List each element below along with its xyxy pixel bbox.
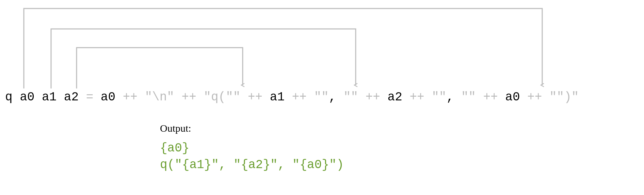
code-token: a1: [262, 90, 292, 104]
code-token: [476, 90, 483, 104]
output-line: {a0}: [160, 141, 189, 155]
output-label: Output:: [160, 123, 344, 134]
code-token: a0: [498, 90, 527, 104]
binding-arrow: [51, 29, 356, 88]
arrows-overlay: [0, 0, 644, 95]
code-token: ++: [409, 90, 424, 104]
code-token: [240, 90, 248, 104]
code-token: [424, 90, 432, 104]
code-token: "q("": [204, 90, 240, 104]
code-token: "")": [549, 90, 579, 104]
code-token: ++: [248, 90, 262, 104]
code-token: [454, 90, 461, 104]
code-token: "": [314, 90, 328, 104]
code-token: ++: [292, 90, 307, 104]
code-token: [196, 90, 204, 104]
code-token: [542, 90, 549, 104]
code-token: ++: [182, 90, 196, 104]
code-token: a2: [380, 90, 409, 104]
code-token: ++: [123, 90, 138, 104]
output-section: Output: {a0} q("{a1}", "{a2}", "{a0}"): [160, 123, 344, 173]
code-token: "\n": [145, 90, 174, 104]
binding-arrow: [77, 48, 243, 88]
code-token: [336, 90, 343, 104]
code-token: a0: [93, 90, 123, 104]
code-token: [307, 90, 314, 104]
code-token: ++: [527, 90, 542, 104]
code-token: "": [343, 90, 358, 104]
code-token: =: [86, 90, 94, 104]
code-token: "": [461, 90, 476, 104]
code-token: [138, 90, 145, 104]
code-token: ++: [366, 90, 380, 104]
code-expression: q a0 a1 a2 = a0 ++ "\n" ++ "q("" ++ a1 +…: [5, 90, 579, 104]
code-token: ,: [446, 90, 454, 104]
code-token: "": [432, 90, 446, 104]
code-token: ++: [483, 90, 498, 104]
code-token: ,: [329, 90, 336, 104]
code-token: [358, 90, 366, 104]
output-code: {a0} q("{a1}", "{a2}", "{a0}"): [160, 140, 344, 173]
output-line: q("{a1}", "{a2}", "{a0}"): [160, 158, 344, 172]
code-token: [174, 90, 182, 104]
code-token: q a0 a1 a2: [5, 90, 86, 104]
binding-arrow: [24, 9, 542, 88]
